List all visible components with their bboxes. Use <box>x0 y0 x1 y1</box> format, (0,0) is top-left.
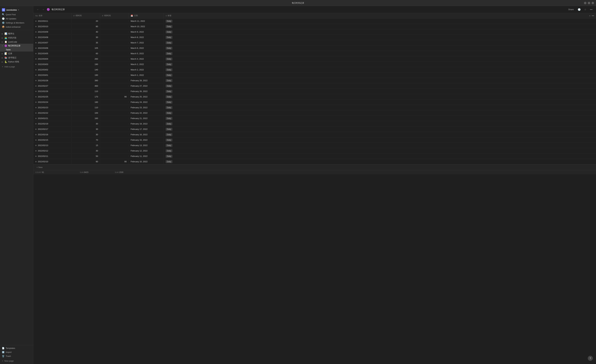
cell-i-time[interactable]: 180 <box>72 100 100 104</box>
more-icon-button[interactable]: ••• <box>589 7 593 12</box>
cell-name[interactable]: 2020/02/21 <box>33 116 72 120</box>
cell-tag[interactable]: Daily <box>164 19 192 23</box>
cell-i-time[interactable]: 30 <box>72 127 100 131</box>
cell-name[interactable]: 2022/03/10 <box>33 24 72 29</box>
cell-name[interactable]: 2022/03/07 <box>33 41 72 45</box>
cell-date[interactable]: February 23, 2022 <box>129 105 164 110</box>
cell-date[interactable]: March 4, 2022 <box>129 57 164 61</box>
cell-ii-time[interactable] <box>100 90 129 92</box>
cell-name[interactable]: 2022/02/11 <box>33 154 72 158</box>
cell-tag[interactable]: Daily <box>164 154 192 158</box>
cell-name[interactable]: 2022/03/01 <box>33 73 72 77</box>
cell-tag[interactable]: Daily <box>164 57 192 61</box>
cell-name[interactable]: 2022/02/16 <box>33 132 72 137</box>
table-row[interactable]: 2022/03/09 40 March 9, 2022 Daily <box>33 29 596 35</box>
cell-date[interactable]: February 21, 2022 <box>129 116 164 120</box>
cell-tag[interactable]: Daily <box>164 78 192 83</box>
cell-tag[interactable]: Daily <box>164 51 192 56</box>
sidebar-item-code[interactable]: ▶ 👨‍💻 代码片段 <box>0 36 33 40</box>
cell-i-time[interactable]: 110 <box>72 89 100 93</box>
sidebar-item-settings[interactable]: ⚙️ Settings & Members <box>0 21 33 25</box>
cell-date[interactable]: February 19, 2022 <box>129 122 164 126</box>
table-row[interactable]: 2022/02/15 70 February 15, 2022 Daily <box>33 137 596 143</box>
cell-name[interactable]: 2022/02/10 <box>33 159 72 164</box>
back-button[interactable]: ← <box>36 8 40 11</box>
cell-tag[interactable]: Daily <box>164 89 192 93</box>
new-page-button[interactable]: + New page <box>0 359 33 363</box>
cell-tag[interactable]: Daily <box>164 95 192 99</box>
maximize-button[interactable]: □ <box>588 2 590 4</box>
table-row[interactable]: 2022/03/06 105 March 6, 2022 Daily <box>33 45 596 51</box>
cell-date[interactable]: February 28, 2022 <box>129 78 164 83</box>
cell-tag[interactable]: Daily <box>164 105 192 110</box>
favorite-icon-button[interactable]: ☆ <box>583 7 588 12</box>
cell-ii-time[interactable] <box>100 26 129 28</box>
cell-date[interactable]: February 27, 2022 <box>129 84 164 88</box>
cell-date[interactable]: February 17, 2022 <box>129 127 164 131</box>
sidebar-item-templates[interactable]: 📄 Templates <box>0 346 33 350</box>
cell-ii-time[interactable] <box>100 74 129 76</box>
table-row[interactable]: 2022/03/04 260 March 4, 2022 Daily <box>33 56 596 62</box>
cell-date[interactable]: February 15, 2022 <box>129 138 164 142</box>
sidebar-item-daily[interactable]: ▼ 🟣 每日时间记录 <box>0 44 33 48</box>
cell-i-time[interactable]: 60 <box>72 51 100 56</box>
cell-ii-time[interactable] <box>100 36 129 38</box>
cell-tag[interactable]: Daily <box>164 127 192 131</box>
share-button[interactable]: Share <box>566 8 575 11</box>
cell-name[interactable]: 2022/03/03 <box>33 62 72 67</box>
cell-name[interactable]: 2022/03/08 <box>33 35 72 39</box>
cell-date[interactable]: February 22, 2022 <box>129 111 164 115</box>
sidebar-item-leetcode[interactable]: ▶ 📋 LeetCode <box>0 40 33 44</box>
cell-i-time[interactable]: 190 <box>72 73 100 77</box>
cell-name[interactable]: 2022/02/27 <box>33 84 72 88</box>
cell-ii-time[interactable] <box>100 80 129 82</box>
table-row[interactable]: 2022/03/05 60 March 5, 2022 Daily <box>33 51 596 56</box>
cell-name[interactable]: 2022/03/04 <box>33 57 72 61</box>
cell-date[interactable]: February 25, 2022 <box>129 95 164 99</box>
window-controls[interactable]: − □ × <box>584 2 594 4</box>
cell-tag[interactable]: Daily <box>164 46 192 50</box>
cell-i-time[interactable]: 90 <box>72 159 100 164</box>
cell-ii-time[interactable] <box>100 155 129 157</box>
cell-tag[interactable]: Daily <box>164 132 192 137</box>
cell-tag[interactable]: Daily <box>164 143 192 148</box>
cell-name[interactable]: 2022/02/23 <box>33 105 72 110</box>
cell-i-time[interactable]: 15 <box>72 143 100 148</box>
col-header-i-time[interactable]: # I类时间 <box>72 13 100 18</box>
cell-date[interactable]: March 9, 2022 <box>129 30 164 34</box>
cell-name[interactable]: 2022/02/13 <box>33 143 72 148</box>
cell-date[interactable]: February 10, 2022 <box>129 159 164 164</box>
cell-date[interactable]: February 11, 2022 <box>129 154 164 158</box>
cell-tag[interactable]: Daily <box>164 35 192 39</box>
cell-i-time[interactable]: 105 <box>72 46 100 50</box>
workspace-selector[interactable]: w wsmbsbbz ▾ <box>0 7 33 12</box>
table-row[interactable]: 2022/03/01 190 March 1, 2022 Daily <box>33 73 596 78</box>
cell-i-time[interactable]: 140 <box>72 67 100 72</box>
cell-i-time[interactable]: 80 <box>72 24 100 29</box>
cell-i-time[interactable]: 50 <box>72 154 100 158</box>
table-row[interactable]: 2022/02/27 460 February 27, 2022 Daily <box>33 83 596 89</box>
cell-i-time[interactable]: 30 <box>72 149 100 153</box>
cell-i-time[interactable]: 30 <box>72 122 100 126</box>
cell-date[interactable]: March 10, 2022 <box>129 24 164 29</box>
cell-i-time[interactable]: 190 <box>72 62 100 67</box>
cell-tag[interactable]: Daily <box>164 30 192 34</box>
table-row[interactable]: 2022/02/26 110 February 26, 2022 Daily <box>33 89 596 94</box>
cell-name[interactable]: 2022/02/24 <box>33 100 72 104</box>
table-row[interactable]: 2022/02/16 30 February 16, 2022 Daily <box>33 132 596 137</box>
cell-i-time[interactable]: 170 <box>72 95 100 99</box>
cell-tag[interactable]: Daily <box>164 111 192 115</box>
cell-date[interactable]: March 8, 2022 <box>129 35 164 39</box>
cell-date[interactable]: March 7, 2022 <box>129 41 164 45</box>
cell-ii-time[interactable] <box>100 101 129 103</box>
cell-i-time[interactable]: 40 <box>72 30 100 34</box>
sidebar-item-quick-find[interactable]: 🔍 Quick Find <box>0 12 33 16</box>
cell-ii-time[interactable] <box>100 139 129 141</box>
table-row[interactable]: 2022/02/10 90 90 February 10, 2022 Daily <box>33 159 596 164</box>
cell-tag[interactable]: Daily <box>164 122 192 126</box>
cell-name[interactable]: 2022/02/12 <box>33 149 72 153</box>
cell-ii-time[interactable] <box>100 144 129 146</box>
cell-ii-time[interactable] <box>100 123 129 125</box>
cell-ii-time[interactable] <box>100 47 129 49</box>
cell-i-time[interactable]: 30 <box>72 35 100 39</box>
